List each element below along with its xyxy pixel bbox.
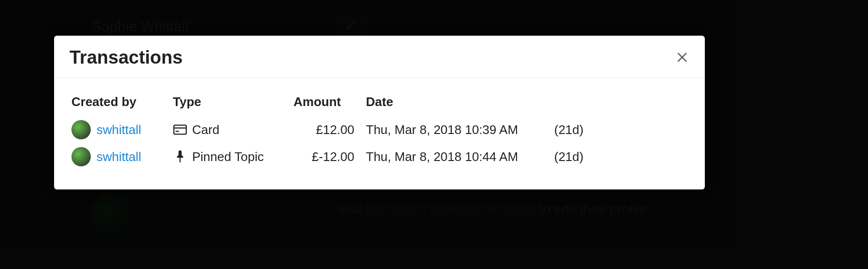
table-header-row: Created by Type Amount Date: [71, 92, 607, 116]
username-link[interactable]: swhittall: [97, 122, 141, 137]
table-row: swhittall Pinned Topic £-12.00 Thu, Mar …: [71, 143, 607, 170]
date-cell: Thu, Mar 8, 2018 10:39 AM: [366, 116, 554, 143]
transactions-modal: Transactions Created by Type Amount Date: [54, 36, 705, 189]
avatar[interactable]: [71, 120, 91, 139]
avatar[interactable]: [71, 147, 91, 166]
created-by-cell: swhittall: [71, 147, 161, 166]
modal-header: Transactions: [54, 36, 705, 78]
type-label: Pinned Topic: [192, 149, 264, 164]
type-cell: Pinned Topic: [173, 149, 282, 164]
amount-cell: £12.00: [294, 116, 366, 143]
close-icon: [675, 49, 689, 64]
amount-cell: £-12.00: [294, 143, 366, 170]
type-label: Card: [192, 122, 219, 137]
modal-body: Created by Type Amount Date swhittall: [54, 78, 705, 189]
type-cell: Card: [173, 122, 282, 137]
pin-icon: [173, 150, 187, 163]
date-cell: Thu, Mar 8, 2018 10:44 AM: [366, 143, 554, 170]
modal-title: Transactions: [70, 47, 182, 68]
table-row: swhittall Card £12.00 Thu, Mar 8, 2018 1…: [71, 116, 607, 143]
ago-cell: (21d): [554, 143, 607, 170]
col-header-type: Type: [173, 92, 294, 116]
col-header-amount: Amount: [294, 92, 366, 116]
transactions-table: Created by Type Amount Date swhittall: [71, 92, 607, 170]
credit-card-icon: [173, 123, 187, 136]
close-button[interactable]: [675, 49, 689, 67]
col-header-ago: [554, 92, 607, 116]
svg-rect-0: [174, 125, 186, 134]
col-header-created-by: Created by: [71, 92, 173, 116]
ago-cell: (21d): [554, 116, 607, 143]
username-link[interactable]: swhittall: [97, 149, 141, 164]
created-by-cell: swhittall: [71, 120, 161, 139]
col-header-date: Date: [366, 92, 554, 116]
